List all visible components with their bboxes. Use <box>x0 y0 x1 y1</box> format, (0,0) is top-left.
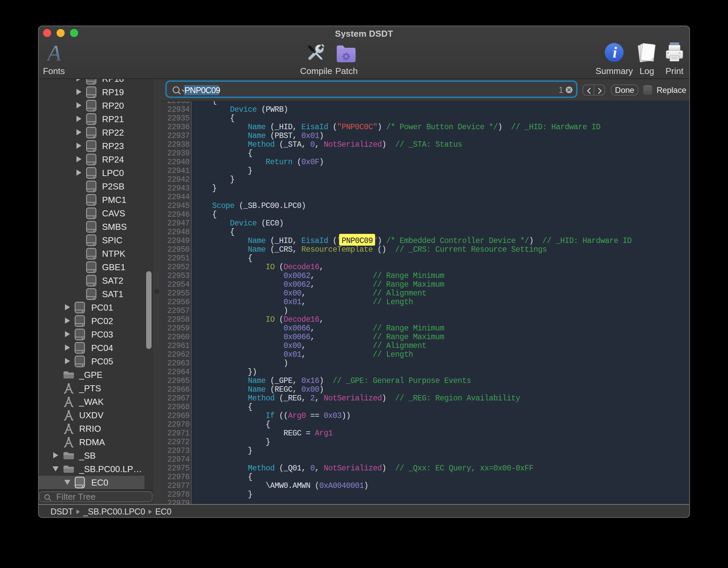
svg-text:i: i <box>613 44 617 61</box>
svg-text:A: A <box>47 43 61 64</box>
